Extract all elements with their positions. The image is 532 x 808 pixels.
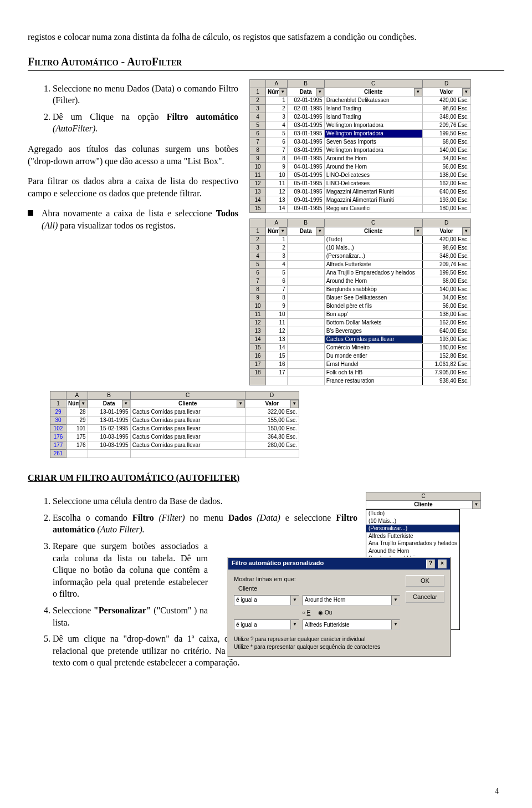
s2-step1: Seleccione uma célula dentro da Base de … (53, 495, 357, 507)
radio-e[interactable]: ○ E (302, 609, 311, 616)
s2-step4: Seleccione "Personalizar" ("Custom" ) na… (53, 604, 208, 628)
square-bullet-icon (28, 210, 33, 216)
dropdown-arrow-icon[interactable]: ▼ (472, 501, 480, 509)
dropdown-arrow-icon[interactable]: ▼ (237, 400, 245, 408)
cancel-button[interactable]: Cancelar (406, 591, 444, 603)
chevron-down-icon: ▼ (391, 596, 400, 605)
para-listbox: Agregado aos títulos das colunas surgem … (28, 143, 238, 167)
dropdown-arrow-icon[interactable]: ▼ (79, 400, 88, 408)
chevron-down-icon: ▼ (290, 596, 299, 605)
dropdown-arrow-icon[interactable]: ▼ (290, 400, 299, 408)
para-filter-open: Para filtrar os dados abra a caixa de li… (28, 175, 238, 199)
page-number: 4 (495, 786, 499, 796)
dropdown-item[interactable]: Around the Horn (366, 547, 459, 555)
step-2: Dê um Clique na opção Filtro automático … (53, 111, 238, 135)
ok-button[interactable]: OK (406, 575, 444, 587)
dropdown-arrow-icon[interactable]: ▼ (462, 227, 470, 236)
help-button[interactable]: ? (426, 560, 435, 568)
excel-table-1: ABCD 1 Númer▼ Data▼ Cliente▼ Valor▼ 2102… (249, 79, 471, 213)
dropdown-item[interactable]: Alfreds Futterkiste (366, 532, 459, 540)
dropdown-arrow-icon[interactable]: ▼ (316, 227, 324, 236)
excel-table-3-filtered: ABCD 1 Númer▼ Data▼ Cliente▼ Valor▼ 2928… (50, 391, 299, 458)
hint2: Utilize * para representar qualquer sequ… (234, 643, 400, 651)
dropdown-item[interactable]: (10 Mais...) (366, 517, 459, 525)
val1-select[interactable]: Around the Horn▼ (303, 595, 400, 606)
chevron-down-icon: ▼ (290, 620, 299, 629)
hint1: Utilize ? para representar qualquer cará… (234, 636, 400, 643)
chevron-down-icon: ▼ (391, 620, 400, 629)
radio-ou[interactable]: ◉ Ou (318, 609, 332, 616)
dropdown-arrow-icon[interactable]: ▼ (414, 227, 422, 236)
dropdown-arrow-icon[interactable]: ▼ (414, 88, 422, 96)
dropdown-item[interactable]: (Personalizar...) (366, 525, 459, 532)
campo-label: Cliente (238, 585, 400, 593)
dropdown-arrow-icon[interactable]: ▼ (279, 227, 287, 236)
dropdown-arrow-icon[interactable]: ▼ (122, 400, 130, 408)
dropdown-item[interactable]: Ana Trujillo Emparedados y helados (366, 540, 459, 547)
dropdown-arrow-icon[interactable]: ▼ (316, 88, 324, 96)
heading-criar-filtro: CRIAR UM FILTRO AUTOMÁTICO (AUTOFILTER) (28, 472, 504, 484)
excel-table-2: ABCD 1 Númer▼ Data▼ Cliente▼ Valor▼ 21(T… (249, 218, 471, 385)
mostrar-label: Mostrar linhas em que: (234, 575, 400, 583)
dropdown-item[interactable]: (Tudo) (366, 510, 459, 517)
val2-select[interactable]: Alfreds Futterkiste▼ (303, 619, 400, 630)
intro-para: registos e colocar numa zona distinta da… (28, 31, 504, 43)
dropdown-arrow-icon[interactable]: ▼ (462, 88, 470, 96)
close-button[interactable]: × (438, 560, 447, 568)
step-1: Seleccione no menu Dados (Data) o comand… (53, 83, 238, 106)
dropdown-arrow-icon[interactable]: ▼ (279, 88, 287, 96)
op2-select[interactable]: é igual a▼ (234, 619, 299, 630)
custom-autofilter-dialog: Filtro automático personalizado ? × Most… (227, 557, 451, 657)
op1-select[interactable]: é igual a▼ (234, 595, 299, 606)
s2-step2: Escolha o comando Filtro (Filter) no men… (53, 512, 357, 536)
excel-cliente-header: C Cliente▼ (366, 492, 481, 509)
s2-step3: Repare que surgem botões associados a ca… (53, 540, 208, 600)
dialog-title: Filtro automático personalizado (232, 559, 324, 568)
bullet-show-all: Abra novamente a caixa de lista e selecc… (28, 207, 238, 231)
heading-autofilter: Filtro Automático - AutoFilter (28, 54, 504, 71)
